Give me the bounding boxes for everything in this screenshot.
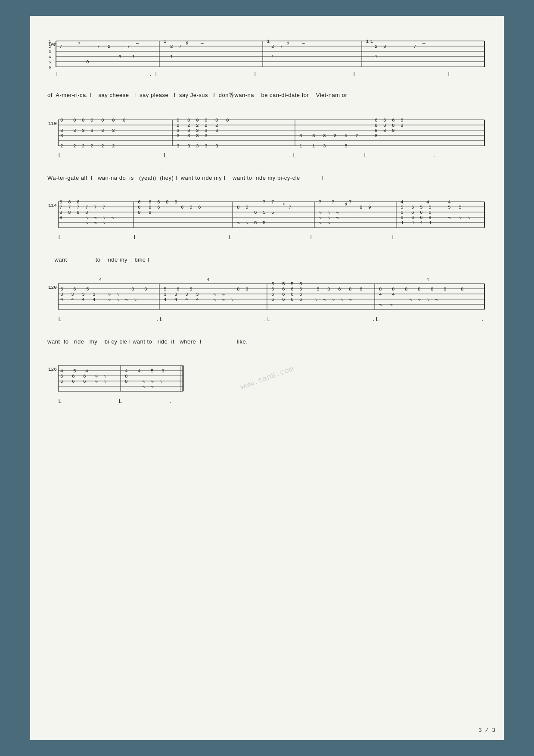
svg-text:∿: ∿	[409, 298, 413, 302]
svg-text:8: 8	[131, 287, 134, 292]
svg-text:∿: ∿	[95, 375, 98, 379]
svg-text:L: L	[392, 234, 395, 241]
svg-text:∿: ∿	[213, 293, 217, 297]
svg-text:2: 2	[49, 45, 51, 49]
svg-text:3: 3	[49, 50, 51, 54]
section-120: 120 4 5 6 5 3 3 3 3 4 4	[47, 276, 487, 345]
svg-text:2: 2	[205, 123, 208, 128]
svg-text:♯: ♯	[282, 201, 286, 208]
svg-text:8: 8	[431, 287, 434, 292]
svg-text:6: 6	[411, 210, 414, 215]
svg-text:∿: ∿	[151, 385, 154, 389]
svg-text:2: 2	[187, 123, 190, 128]
svg-text:4: 4	[85, 369, 88, 374]
svg-text:5: 5	[86, 287, 89, 292]
svg-text:0: 0	[187, 118, 190, 123]
svg-text:5: 5	[189, 287, 192, 292]
svg-text:L: L	[58, 152, 62, 159]
svg-text:7: 7	[289, 205, 292, 210]
svg-text:4: 4	[400, 220, 404, 225]
svg-text:7: 7	[59, 44, 62, 49]
svg-text:6: 6	[59, 200, 62, 205]
svg-text:0: 0	[101, 118, 104, 123]
svg-text:5: 5	[151, 369, 154, 374]
svg-text:3: 3	[187, 133, 190, 138]
svg-text:3: 3	[187, 144, 190, 149]
svg-text:∿: ∿	[103, 380, 107, 384]
svg-text:6: 6	[271, 287, 274, 292]
svg-text:∿: ∿	[336, 211, 339, 215]
svg-text:7: 7	[77, 205, 80, 210]
svg-text:∿: ∿	[327, 211, 331, 215]
svg-text:7: 7	[271, 200, 274, 205]
svg-text:L: L	[353, 71, 357, 78]
svg-text:3: 3	[82, 292, 85, 297]
svg-text:∿: ∿	[379, 303, 382, 307]
svg-text:3: 3	[112, 128, 115, 133]
svg-text:6: 6	[138, 205, 141, 210]
svg-text:7: 7	[349, 200, 352, 205]
svg-text:6: 6	[177, 287, 180, 292]
svg-text:∿: ∿	[213, 298, 217, 302]
svg-text:.: .	[264, 317, 267, 322]
svg-text:2: 2	[60, 144, 63, 149]
svg-text:L: L	[159, 316, 163, 323]
svg-text:8: 8	[85, 210, 88, 215]
svg-text:3: 3	[323, 133, 326, 138]
svg-text:.: .	[149, 71, 152, 78]
svg-text:4: 4	[420, 220, 423, 225]
svg-text:6: 6	[73, 287, 76, 292]
svg-text:6: 6	[77, 200, 80, 205]
svg-text:4: 4	[60, 369, 63, 374]
svg-text:6: 6	[375, 118, 378, 123]
svg-text:L: L	[134, 234, 137, 241]
svg-text:3: 3	[60, 292, 63, 297]
svg-text:3: 3	[196, 144, 199, 149]
svg-text:5: 5	[291, 281, 294, 287]
svg-text:∿: ∿	[108, 298, 111, 302]
svg-text:∿: ∿	[230, 298, 234, 302]
svg-text:.: .	[433, 153, 436, 159]
svg-text:8: 8	[237, 205, 240, 210]
svg-text:∿: ∿	[108, 293, 111, 297]
svg-text:6: 6	[411, 215, 414, 220]
svg-text:3: 3	[196, 128, 199, 133]
svg-text:∿: ∿	[85, 216, 89, 220]
svg-text:∿: ∿	[159, 380, 163, 384]
section-114: 114 6 6 6 7 7 7 7 7 7	[47, 194, 487, 263]
svg-text:3: 3	[205, 144, 208, 149]
svg-text:L: L	[228, 234, 232, 241]
page-number: 3 / 3	[478, 727, 495, 734]
svg-text:3: 3	[177, 144, 180, 149]
svg-text:6: 6	[400, 210, 404, 215]
svg-text:∿: ∿	[222, 298, 225, 302]
svg-text:7: 7	[280, 44, 283, 49]
svg-text:−: −	[422, 40, 425, 47]
svg-text:1: 1	[170, 54, 173, 59]
svg-text:0: 0	[196, 118, 199, 123]
section-105: 105 1 2 3 4 5 6 7	[47, 33, 487, 99]
svg-text:5: 5	[420, 205, 423, 210]
svg-text:∿: ∿	[142, 385, 146, 389]
svg-text:5: 5	[164, 287, 167, 292]
svg-text:∿: ∿	[459, 216, 462, 220]
svg-text:0: 0	[226, 118, 229, 123]
svg-text:5: 5	[448, 205, 451, 210]
svg-text:3: 3	[73, 128, 76, 133]
svg-text:8: 8	[68, 210, 71, 215]
svg-text:2: 2	[101, 144, 104, 149]
svg-text:L: L	[58, 234, 62, 241]
section-110: 110 0 0 0 0 0 0 0 3 3	[47, 112, 487, 181]
svg-text:8: 8	[166, 200, 169, 205]
svg-text:8: 8	[149, 210, 152, 215]
svg-text:4: 4	[82, 297, 85, 302]
svg-text:∿: ∿	[319, 211, 322, 215]
svg-text:∿: ∿	[102, 216, 106, 220]
svg-text:6: 6	[420, 210, 423, 215]
svg-text:7: 7	[179, 44, 182, 49]
tab-notation-114: 114 6 6 6 7 7 7 7 7 7	[47, 194, 487, 254]
sheet-music-page: 105 1 2 3 4 5 6 7	[30, 16, 504, 740]
svg-text:6: 6	[72, 379, 75, 384]
svg-text:∿: ∿	[94, 221, 97, 225]
svg-text:3: 3	[299, 133, 302, 138]
